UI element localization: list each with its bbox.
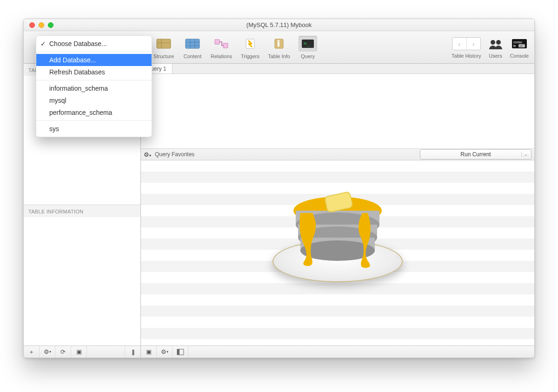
footer-expand[interactable]: ▣ (141, 346, 157, 358)
window-title: (MySQL 5.7.11) Mybook (24, 21, 534, 28)
tab-query[interactable]: >_ Query (293, 34, 322, 61)
menu-refresh-databases[interactable]: Refresh Databases (36, 66, 152, 78)
results-area (141, 160, 534, 345)
main: Query 1 ⚙▾ Query Favorites Run Current ⌄ (141, 64, 534, 358)
tab-relations-label: Relations (211, 53, 232, 59)
favorites-gear[interactable]: ⚙▾ (144, 151, 151, 158)
titlebar: (MySQL 5.7.11) Mybook (24, 19, 534, 31)
footer-gear[interactable]: ⚙▾ (157, 346, 173, 358)
history-nav: ‹ › (452, 37, 481, 50)
query-tabs: Query 1 (141, 64, 534, 74)
menu-db-mysql[interactable]: mysql (36, 94, 152, 106)
table-history[interactable]: ‹ › Table History (452, 36, 481, 59)
tab-query-label: Query (301, 53, 315, 59)
tableinfo-icon (270, 36, 288, 52)
sidebar-gear[interactable]: ⚙▾ (40, 346, 55, 358)
console-label: Console (510, 53, 529, 59)
close-window[interactable] (29, 22, 35, 28)
svg-rect-3 (186, 39, 199, 48)
svg-point-17 (496, 40, 501, 45)
triggers-icon (241, 36, 259, 52)
run-button-label: Run Current (460, 151, 491, 158)
console-icon: consoleoff (511, 36, 528, 52)
menu-db-information-schema[interactable]: information_schema (36, 82, 152, 94)
tab-structure-label: Structure (153, 53, 174, 59)
table-history-label: Table History (452, 53, 481, 59)
console-button[interactable]: consoleoff Console (510, 36, 529, 59)
app-window: (MySQL 5.7.11) Mybook Structure Content (23, 19, 535, 358)
tab-content[interactable]: Content (178, 34, 207, 61)
svg-rect-0 (157, 39, 171, 48)
svg-text:conso: conso (513, 40, 522, 44)
refresh-button[interactable]: ⟳ (55, 346, 71, 358)
tab-triggers[interactable]: Triggers (236, 34, 265, 61)
favorites-label[interactable]: Query Favorites (155, 151, 194, 158)
menu-db-sys[interactable]: sys (36, 123, 152, 135)
tab-tableinfo-label: Table Info (268, 53, 290, 59)
zoom-window[interactable] (48, 22, 53, 28)
sidebar-resize-handle[interactable]: ||| (125, 346, 140, 358)
svg-rect-13 (278, 40, 279, 41)
query-icon: >_ (299, 36, 317, 52)
app-logo (268, 166, 407, 306)
content-icon (183, 36, 202, 52)
table-info-header: TABLE INFORMATION (24, 205, 140, 217)
tab-triggers-label: Triggers (241, 53, 259, 59)
chevron-down-icon: ⌄ (524, 152, 528, 157)
table-info-panel (24, 217, 140, 346)
svg-rect-8 (215, 40, 219, 44)
history-forward[interactable]: › (466, 38, 480, 50)
svg-point-16 (491, 40, 495, 45)
users-button[interactable]: Users (487, 36, 505, 59)
users-label: Users (489, 53, 502, 59)
users-icon (487, 36, 505, 52)
relations-icon (212, 36, 231, 52)
svg-rect-33 (177, 349, 179, 355)
minimize-window[interactable] (39, 22, 44, 28)
footer-panel[interactable] (173, 346, 188, 358)
query-favorites-bar: ⚙▾ Query Favorites Run Current ⌄ (141, 148, 534, 160)
database-menu: Choose Database... Add Database... Refre… (36, 35, 152, 137)
svg-text:>_: >_ (304, 40, 310, 47)
svg-text:off: off (519, 45, 523, 47)
menu-db-performance-schema[interactable]: performance_schema (36, 106, 152, 119)
structure-icon (154, 36, 173, 52)
tab-tableinfo[interactable]: Table Info (265, 34, 293, 61)
menu-add-database[interactable]: Add Database... (36, 54, 152, 66)
menu-choose-database[interactable]: Choose Database... (36, 38, 152, 50)
main-footer: ▣ ⚙▾ (141, 345, 534, 358)
svg-rect-9 (223, 43, 228, 48)
collapse-button[interactable]: ▣ (71, 346, 87, 358)
query-editor[interactable] (141, 74, 534, 148)
run-button[interactable]: Run Current ⌄ (420, 149, 531, 159)
tab-content-label: Content (184, 53, 202, 59)
add-button[interactable]: ＋ (24, 346, 40, 358)
history-back[interactable]: ‹ (452, 38, 466, 50)
svg-text:le: le (513, 44, 516, 47)
window-controls (24, 22, 53, 28)
sidebar-footer: ＋ ⚙▾ ⟳ ▣ ||| (24, 345, 140, 358)
tab-relations[interactable]: Relations (207, 34, 236, 61)
tab-structure[interactable]: Structure (149, 34, 178, 61)
svg-rect-12 (278, 42, 279, 47)
view-switcher: Structure Content Relations Triggers (149, 34, 322, 61)
